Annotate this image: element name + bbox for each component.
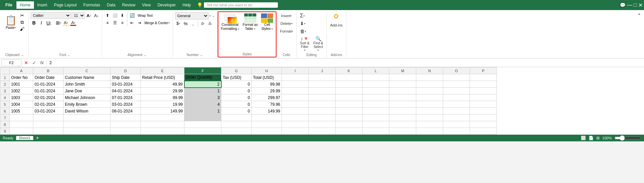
paste-button[interactable]: 📋 Paste ▾ — [3, 12, 18, 32]
cell-c6[interactable]: David Wilson — [63, 108, 111, 115]
cell-e9[interactable] — [141, 128, 184, 135]
cell-f5[interactable]: 4 — [184, 101, 221, 108]
cell-f4[interactable]: 3 — [184, 94, 221, 101]
format-as-table-button[interactable]: Format asTable ▾ — [241, 13, 259, 32]
indent-decrease-button[interactable]: ⇤ — [129, 19, 135, 26]
cell-j5[interactable] — [309, 101, 336, 108]
cell-d1[interactable]: Ship Date — [111, 74, 141, 81]
cell-h8[interactable] — [252, 121, 282, 128]
percent-button[interactable]: % — [182, 20, 189, 27]
sheet-tab[interactable]: Sheet1 — [16, 136, 33, 140]
sort-filter-button[interactable]: ↕🔻 Sort &Filter ▾ — [299, 35, 311, 52]
find-select-button[interactable]: 🔍 Find &Select ▾ — [312, 35, 325, 52]
cell-c7[interactable] — [63, 115, 111, 121]
cell-o7[interactable] — [443, 115, 470, 121]
file-menu[interactable]: File — [1, 1, 16, 9]
cell-m9[interactable] — [389, 128, 416, 135]
col-header-l[interactable]: L — [362, 67, 389, 74]
cell-k4[interactable] — [336, 94, 362, 101]
cell-i7[interactable] — [282, 115, 309, 121]
cell-l8[interactable] — [362, 121, 389, 128]
cell-k8[interactable] — [336, 121, 362, 128]
formula-confirm-icon[interactable]: ✓ — [31, 60, 38, 65]
increase-font-button[interactable]: A↑ — [86, 12, 92, 19]
cell-g7[interactable] — [221, 115, 252, 121]
cell-o5[interactable] — [443, 101, 470, 108]
italic-button[interactable]: I — [38, 19, 45, 26]
cell-n7[interactable] — [416, 115, 443, 121]
cell-f1[interactable]: Order Quantity — [184, 74, 221, 81]
col-header-f[interactable]: F — [184, 67, 221, 74]
wrap-text-button[interactable]: Wrap Text — [136, 12, 155, 19]
cell-p7[interactable] — [470, 115, 497, 121]
cell-e7[interactable] — [141, 115, 184, 121]
menu-review[interactable]: Review — [119, 1, 138, 9]
cell-j7[interactable] — [309, 115, 336, 121]
cell-l7[interactable] — [362, 115, 389, 121]
col-header-i[interactable]: I — [282, 67, 309, 74]
name-box[interactable] — [1, 59, 22, 66]
ribbon-search[interactable]: Tell me what you want to do — [204, 2, 278, 8]
col-header-a[interactable]: A — [10, 67, 33, 74]
cell-b5[interactable]: 02-01-2024 — [33, 101, 63, 108]
formula-input[interactable] — [48, 60, 643, 65]
cell-b1[interactable]: Order Date — [33, 74, 63, 81]
menu-developer[interactable]: Developer — [154, 1, 179, 9]
cell-d9[interactable] — [111, 128, 141, 135]
cell-n5[interactable] — [416, 101, 443, 108]
clipboard-expand-icon[interactable]: ⌄ — [20, 53, 24, 57]
cell-p6[interactable] — [470, 108, 497, 115]
cell-a8[interactable] — [10, 121, 33, 128]
cell-a7[interactable] — [10, 115, 33, 121]
cell-c9[interactable] — [63, 128, 111, 135]
menu-data[interactable]: Data — [103, 1, 119, 9]
cell-p4[interactable] — [470, 94, 497, 101]
cell-g3[interactable]: 0 — [221, 88, 252, 94]
cell-g9[interactable] — [221, 128, 252, 135]
insert-button[interactable]: Insert ▾ — [278, 12, 294, 19]
comma-button[interactable]: , — [190, 20, 197, 27]
cell-k3[interactable] — [336, 88, 362, 94]
cell-n9[interactable] — [416, 128, 443, 135]
align-bottom-button[interactable]: ⬇ — [119, 12, 126, 19]
cell-c4[interactable]: Michael Johnson — [63, 94, 111, 101]
indent-increase-button[interactable]: ⇥ — [136, 19, 143, 26]
zoom-slider[interactable] — [614, 135, 641, 141]
copy-button[interactable]: ⧉ — [19, 19, 26, 26]
cell-h1[interactable]: Total (USD) — [252, 74, 282, 81]
increase-decimal-button[interactable]: .0↑ — [200, 20, 206, 27]
cell-i6[interactable] — [282, 108, 309, 115]
number-expand-icon[interactable]: ⌄ — [211, 14, 215, 18]
col-header-e[interactable]: E — [141, 67, 184, 74]
clear-button[interactable]: 🗑 ▾ — [299, 28, 307, 35]
cell-f9[interactable] — [184, 128, 221, 135]
cell-p3[interactable] — [470, 88, 497, 94]
cell-g6[interactable]: 0 — [221, 108, 252, 115]
cell-e5[interactable]: 19.99 — [141, 101, 184, 108]
cell-j2[interactable] — [309, 81, 336, 88]
cell-h9[interactable] — [252, 128, 282, 135]
underline-button[interactable]: U▾ — [45, 19, 52, 26]
cell-c8[interactable] — [63, 121, 111, 128]
cell-d8[interactable] — [111, 121, 141, 128]
cell-f2[interactable]: 2 — [184, 81, 221, 88]
cell-l2[interactable] — [362, 81, 389, 88]
format-button[interactable]: Format ▾ — [278, 28, 294, 35]
cell-b3[interactable]: 01-01-2024 — [33, 88, 63, 94]
col-header-b[interactable]: B — [33, 67, 63, 74]
cell-b7[interactable] — [33, 115, 63, 121]
cell-h4[interactable]: 299.97 — [252, 94, 282, 101]
delete-button[interactable]: Delete ▾ — [278, 20, 294, 27]
cell-e8[interactable] — [141, 121, 184, 128]
cell-o1[interactable] — [443, 74, 470, 81]
cell-o8[interactable] — [443, 121, 470, 128]
menu-formulas[interactable]: Formulas — [80, 1, 103, 9]
fill-color-button[interactable]: A ▾ — [62, 19, 69, 26]
cell-n1[interactable] — [416, 74, 443, 81]
align-center-button[interactable]: ☰ — [112, 19, 118, 26]
cell-k9[interactable] — [336, 128, 362, 135]
align-top-button[interactable]: ⬆ — [104, 12, 111, 19]
cell-e6[interactable]: 149.99 — [141, 108, 184, 115]
cell-l9[interactable] — [362, 128, 389, 135]
bold-button[interactable]: B — [31, 19, 37, 26]
